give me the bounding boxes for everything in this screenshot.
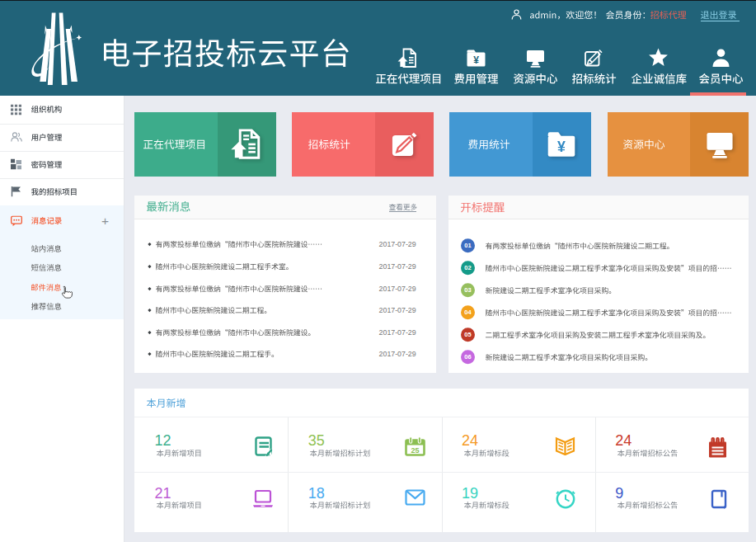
svg-text:¥: ¥ <box>474 54 480 66</box>
svg-text:25: 25 <box>411 446 420 455</box>
svg-text:¥: ¥ <box>558 139 566 155</box>
